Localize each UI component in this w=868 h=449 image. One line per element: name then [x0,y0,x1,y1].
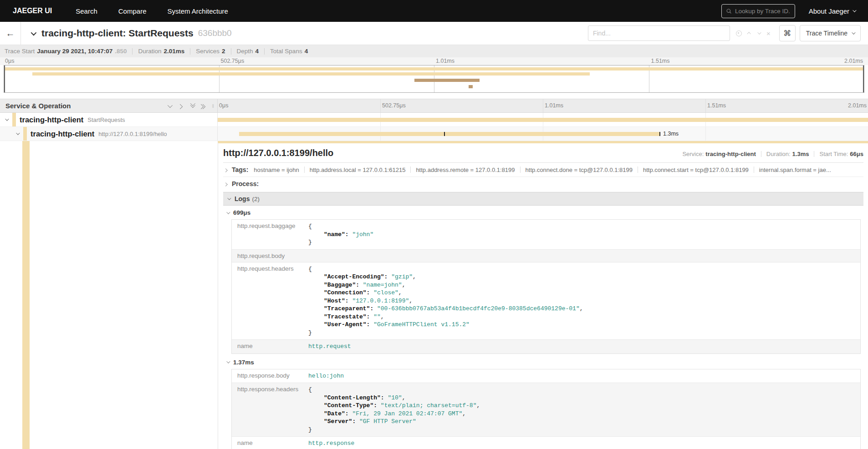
collapse-all-icon[interactable] [190,104,194,108]
json-value-block: {"Accept-Encoding": "gzip","Baggage": "n… [308,265,857,337]
span-children-toggle[interactable] [16,132,23,135]
trace-id-lookup-input[interactable] [735,8,790,15]
timeline-tick: 1.51ms [705,102,726,109]
minimap-tick-labels: 0μs 502.75μs 1.01ms 1.51ms 2.01ms [0,57,868,65]
minimap-tick: 2.01ms [844,58,863,64]
span-children-toggle[interactable] [5,118,12,121]
json-value: "john" [349,231,374,238]
nav-item-system-architecture[interactable]: System Architecture [167,7,228,15]
tag-separator [520,166,521,173]
process-toggle-row[interactable]: Process: [223,177,863,191]
nav-item-compare[interactable]: Compare [118,7,147,15]
chevron-down-icon [227,196,231,200]
span-color-stripe [12,113,16,126]
nav-item-search[interactable]: Search [76,7,97,15]
log-field-value [305,250,860,262]
span-bar-cell-1[interactable]: 1.3ms [218,127,868,141]
keyboard-shortcuts-button[interactable]: ⌘ [779,25,796,41]
tag-separator [754,166,754,173]
trace-view-selector[interactable]: Trace Timeline [800,25,861,41]
prev-result-icon[interactable] [747,32,751,35]
log-field-row: http.request.baggage{"name": "john"} [232,220,860,250]
json-value: "text/plain; charset=utf-8" [377,402,476,409]
span-tag: http.connect.done = tcp@127.0.0.1:8199 [526,166,633,173]
start-time-meta-value: 66μs [850,151,863,157]
span-tag: http.address.remote = 127.0.0.1:8199 [416,166,515,173]
span-operation-name: http://127.0.0.1:8199/hello [98,131,167,137]
log-field-value: {"Accept-Encoding": "gzip","Baggage": "n… [305,262,860,340]
log-field-value: http.response [305,437,860,449]
back-button[interactable]: ← [0,22,21,45]
chevron-down-icon [853,8,856,12]
tag-separator [410,166,411,173]
about-jaeger-menu[interactable]: About Jaeger [809,7,855,15]
span-tag: hostname = ijohn [254,166,299,173]
column-resizer-handle[interactable]: ‖ [212,103,214,109]
json-key: "Connection": [324,289,370,296]
trace-title-collapse-toggle[interactable] [31,29,35,37]
log-field-plain-value: hello:john [308,373,344,379]
timeline-tick: 1.01ms [543,102,563,109]
json-value: "00-636bbb0767ab53a4f4b1becdf4fc20e9-803… [373,305,579,312]
expand-one-icon[interactable] [178,104,183,109]
span-row[interactable]: tracing-http-client StartRequests [0,113,868,127]
logs-count: (2) [252,196,260,202]
minimap-canvas[interactable] [4,65,864,93]
json-key: "Accept-Encoding": [324,273,388,280]
json-key: "Content-Length": [324,394,384,401]
service-meta-label: Service: [682,151,704,157]
trace-id-short: 636bbb0 [198,28,232,38]
json-value-block: {"Content-Length": "10","Content-Type": … [308,386,857,434]
next-result-icon[interactable] [757,30,761,34]
log-fields-table: http.response.bodyhello:johnhttp.respons… [231,369,861,449]
total-spans-label: Total Spans [270,48,302,55]
app-brand[interactable]: JAEGER UI [13,7,52,15]
tags-toggle-row[interactable]: Tags: hostname = ijohnhttp.address.local… [223,163,863,177]
log-field-value: http.request [305,340,860,353]
trace-stats-bar: Trace Start January 29 2021, 10:47:07.85… [0,45,868,57]
command-icon: ⌘ [783,29,791,38]
span-color-accent [22,141,30,449]
span-tag: http.connect.start = tcp@127.0.0.1:8199 [643,166,749,173]
logs-header: Logs [235,195,250,202]
trace-start-label: Trace Start [5,48,35,55]
start-time-meta-label: Start Time: [819,151,848,157]
log-timestamp-toggle[interactable]: 1.37ms [223,355,863,368]
tags-list: hostname = ijohnhttp.address.local = 127… [254,166,831,173]
json-key: "Date": [324,410,349,417]
span-service-name: tracing-http-client [31,130,94,138]
collapse-one-icon[interactable] [168,102,173,107]
minimap-tick: 1.51ms [649,58,670,64]
json-value: "127.0.0.1:8199" [349,298,409,304]
clear-find-icon[interactable]: × [766,30,771,37]
chevron-down-icon [31,30,37,36]
log-field-key: http.request.baggage [232,220,305,249]
log-timestamp-toggle[interactable]: 699μs [223,206,863,219]
focus-span-icon[interactable] [736,30,742,36]
span-duration-bar[interactable] [218,118,868,122]
log-field-value: {"name": "john"} [305,220,860,249]
duration-meta-value: 1.3ms [792,151,809,157]
minimap-tick: 1.01ms [434,58,454,64]
span-duration-bar[interactable] [239,132,660,136]
span-tag: http.address.local = 127.0.0.1:61215 [310,166,406,173]
minimap-tick: 502.75μs [219,58,245,64]
tags-header: Tags: [232,166,248,173]
span-log-marker [444,132,445,136]
find-input[interactable] [588,25,730,41]
trace-id-lookup[interactable] [721,4,795,18]
span-bar-cell-0[interactable] [218,113,868,126]
minimap-left-scrubber[interactable] [4,66,5,92]
chevron-down-icon [226,359,230,363]
json-key: "User-Agent": [324,321,370,328]
expand-all-icon[interactable] [202,104,205,108]
service-operation-header: Service & Operation [5,102,71,110]
logs-toggle-row[interactable]: Logs (2) [223,192,863,206]
minimap-right-scrubber[interactable] [863,66,864,92]
json-value: "name=john" [359,282,402,288]
chevron-down-icon [852,30,855,34]
span-row-selected[interactable]: tracing-http-client http://127.0.0.1:819… [0,127,868,141]
service-meta-value: tracing-http-client [705,151,756,157]
minimap-span-bar [414,79,480,82]
depth-value: 4 [255,48,259,55]
